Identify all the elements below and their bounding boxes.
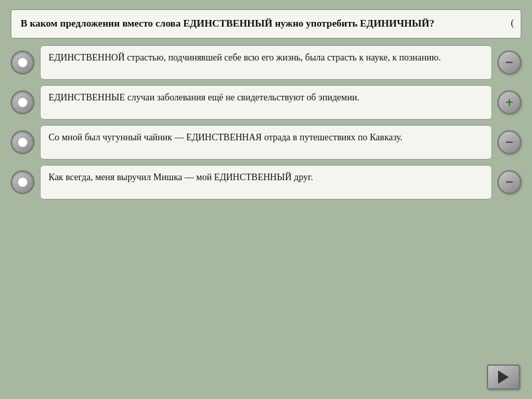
radio-inner-4 — [17, 177, 28, 188]
radio-button-3[interactable] — [11, 130, 35, 154]
next-arrow-icon — [498, 370, 509, 384]
radio-inner-1 — [17, 57, 28, 68]
next-button[interactable] — [487, 364, 520, 390]
radio-button-2[interactable] — [11, 90, 35, 114]
radio-inner-3 — [17, 137, 28, 148]
option-text-1: ЕДИНСТВЕННОЙ страстью, подчинявшей себе … — [40, 45, 492, 80]
option-row-1: ЕДИНСТВЕННОЙ страстью, подчинявшей себе … — [11, 45, 521, 80]
radio-inner-2 — [17, 97, 28, 108]
question-box: В каком предложении вместо слова ЕДИНСТВ… — [11, 9, 521, 39]
option-text-2: ЕДИНСТВЕННЫЕ случаи заболевания ещё не с… — [40, 85, 492, 120]
minus-button-4[interactable]: − — [497, 170, 521, 194]
question-bracket: ( — [511, 17, 514, 30]
minus-button-3[interactable]: − — [497, 130, 521, 154]
minus-button-1[interactable]: − — [497, 51, 521, 74]
option-text-4: Как всегда, меня выручил Мишка — мой ЕДИ… — [40, 165, 492, 200]
options-area: ЕДИНСТВЕННОЙ страстью, подчинявшей себе … — [11, 45, 521, 358]
plus-button-2[interactable]: + — [497, 90, 521, 114]
bottom-bar — [11, 364, 521, 390]
option-row-3: Со мной был чугунный чайник — ЕДИНСТВЕНН… — [11, 125, 521, 160]
option-row-2: ЕДИНСТВЕННЫЕ случаи заболевания ещё не с… — [11, 85, 521, 120]
radio-button-1[interactable] — [11, 51, 35, 74]
option-text-3: Со мной был чугунный чайник — ЕДИНСТВЕНН… — [40, 125, 492, 160]
question-text: В каком предложении вместо слова ЕДИНСТВ… — [21, 18, 434, 29]
radio-button-4[interactable] — [11, 170, 35, 194]
option-row-4: Как всегда, меня выручил Мишка — мой ЕДИ… — [11, 165, 521, 200]
main-container: В каком предложении вместо слова ЕДИНСТВ… — [0, 0, 532, 399]
